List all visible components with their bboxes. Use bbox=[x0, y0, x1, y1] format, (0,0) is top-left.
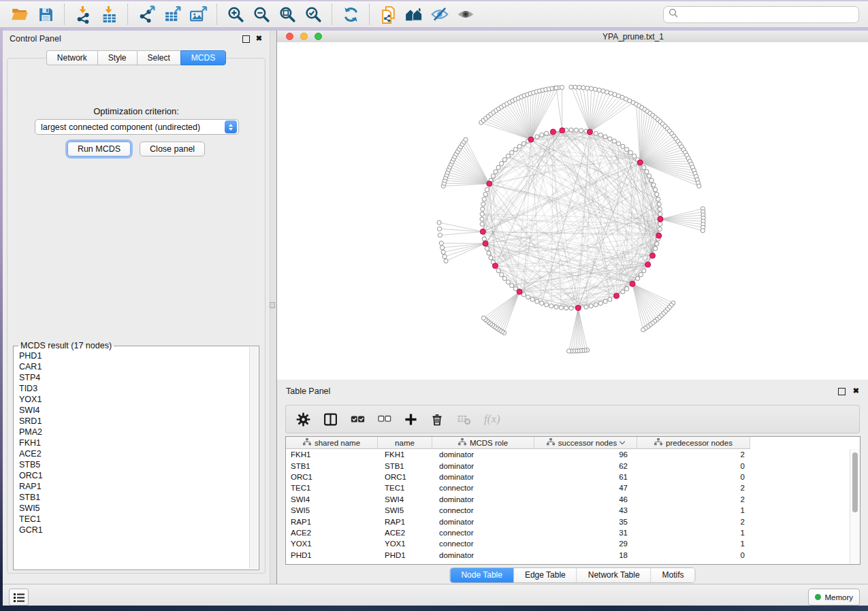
float-panel-icon[interactable] bbox=[242, 35, 250, 43]
table-row[interactable]: RAP1RAP1dominator352 bbox=[286, 516, 850, 527]
zoom-fit-icon[interactable] bbox=[276, 3, 298, 25]
mcds-result-item[interactable]: PHD1 bbox=[14, 350, 250, 361]
toolbar-separator bbox=[127, 4, 128, 24]
tab-select[interactable]: Select bbox=[137, 50, 180, 65]
show-network-overview-icon[interactable] bbox=[403, 3, 425, 25]
table-scrollbar-thumb[interactable] bbox=[852, 452, 858, 512]
task-history-button[interactable] bbox=[9, 589, 29, 606]
mcds-result-item[interactable]: PMA2 bbox=[14, 427, 250, 437]
table-cell: 2 bbox=[637, 450, 750, 459]
export-image-icon[interactable] bbox=[187, 3, 209, 25]
minimize-window-icon[interactable] bbox=[300, 33, 308, 40]
search-input[interactable] bbox=[679, 7, 858, 22]
mcds-result-item[interactable]: YOX1 bbox=[14, 394, 250, 405]
open-session-icon[interactable] bbox=[9, 3, 31, 25]
search-icon bbox=[669, 8, 679, 21]
close-window-icon[interactable] bbox=[286, 33, 293, 40]
mcds-result-item[interactable]: TEC1 bbox=[14, 514, 250, 525]
import-network-icon[interactable] bbox=[72, 3, 94, 25]
control-panel: Control Panel ✖ NetworkStyleSelectMCDS O… bbox=[3, 31, 270, 584]
tab-mcds[interactable]: MCDS bbox=[180, 50, 226, 65]
table-row[interactable]: SWI4SWI4dominator462 bbox=[286, 494, 850, 505]
memory-label: Memory bbox=[824, 593, 853, 601]
control-panel-tabbar: NetworkStyleSelectMCDS bbox=[3, 50, 270, 65]
tab-network[interactable]: Network bbox=[46, 50, 97, 65]
tab-edge-table[interactable]: Edge Table bbox=[514, 568, 577, 582]
split-panel-icon[interactable] bbox=[323, 412, 338, 427]
mcds-result-item[interactable]: STB1 bbox=[14, 492, 250, 503]
memory-button[interactable]: Memory bbox=[808, 589, 860, 606]
table-row[interactable]: YOX1YOX1connector291 bbox=[286, 538, 850, 549]
mcds-result-item[interactable]: SWI4 bbox=[14, 405, 250, 416]
column-header-name[interactable]: name bbox=[378, 437, 432, 449]
tab-network-table[interactable]: Network Table bbox=[577, 568, 652, 582]
table-row[interactable]: SWI5SWI5connector431 bbox=[286, 505, 850, 516]
mcds-list-scrollbar[interactable] bbox=[249, 347, 258, 569]
mcds-result-item[interactable]: GCR1 bbox=[14, 525, 250, 535]
search-box[interactable] bbox=[663, 6, 859, 23]
maximize-window-icon[interactable] bbox=[315, 33, 322, 40]
mcds-result-item[interactable]: STB5 bbox=[14, 459, 250, 470]
network-canvas[interactable] bbox=[276, 42, 868, 380]
deselect-all-icon[interactable] bbox=[378, 412, 391, 426]
table-row[interactable]: ORC1ORC1dominator610 bbox=[286, 472, 850, 482]
column-header-predecessor-nodes[interactable]: predecessor nodes bbox=[637, 437, 750, 449]
mcds-result-item[interactable]: SRD1 bbox=[14, 416, 250, 427]
mcds-hub-node bbox=[658, 216, 663, 222]
duplicate-network-icon[interactable] bbox=[377, 3, 399, 25]
float-table-panel-icon[interactable] bbox=[838, 388, 846, 395]
run-mcds-button[interactable]: Run MCDS bbox=[67, 142, 131, 156]
hide-selected-icon[interactable] bbox=[429, 3, 451, 25]
add-column-icon[interactable] bbox=[404, 413, 417, 426]
mcds-result-item[interactable]: SWI5 bbox=[14, 503, 250, 514]
mcds-result-item[interactable]: CAR1 bbox=[14, 361, 250, 372]
criterion-dropdown[interactable]: largest connected component (undirected) bbox=[35, 119, 239, 135]
table-cell: SWI4 bbox=[286, 495, 378, 503]
mcds-result-list[interactable]: PHD1CAR1STP4TID3YOX1SWI4SRD1PMA2FKH1ACE2… bbox=[14, 350, 250, 569]
mcds-result-item[interactable]: ORC1 bbox=[14, 470, 250, 481]
export-table-icon[interactable] bbox=[161, 3, 183, 25]
column-header-successor-nodes[interactable]: successor nodes bbox=[534, 437, 637, 449]
table-cell: SWI4 bbox=[378, 495, 432, 503]
table-row[interactable]: ACE2ACE2connector311 bbox=[286, 527, 850, 538]
status-bar: Memory bbox=[3, 584, 868, 606]
table-row[interactable]: TEC1TEC1connector472 bbox=[286, 482, 850, 493]
refresh-layout-icon[interactable] bbox=[340, 3, 361, 25]
export-network-icon[interactable] bbox=[135, 3, 157, 25]
table-row[interactable]: FKH1FKH1dominator962 bbox=[286, 449, 850, 460]
close-panel-button[interactable]: Close panel bbox=[140, 142, 205, 156]
mcds-result-item[interactable]: FKH1 bbox=[14, 437, 250, 448]
table-cell: RAP1 bbox=[286, 518, 378, 526]
network-window-titlebar[interactable]: YPA_prune.txt_1 bbox=[276, 31, 868, 43]
table-panel-header: Table Panel ✖ bbox=[277, 380, 868, 396]
table-toolbar: f(x) bbox=[285, 405, 860, 433]
panel-divider-handle[interactable] bbox=[270, 302, 275, 308]
close-table-panel-icon[interactable]: ✖ bbox=[853, 386, 859, 395]
table-row[interactable]: PHD1PHD1dominator180 bbox=[286, 550, 850, 561]
mcds-result-item[interactable]: ACE2 bbox=[14, 448, 250, 459]
delete-column-icon[interactable] bbox=[430, 412, 444, 426]
zoom-out-icon[interactable] bbox=[251, 3, 272, 25]
mcds-panel: Optimization criterion: largest connecte… bbox=[7, 58, 266, 574]
zoom-selected-icon[interactable] bbox=[302, 3, 324, 25]
mcds-result-item[interactable]: TID3 bbox=[14, 383, 250, 394]
mcds-result-item[interactable]: RAP1 bbox=[14, 481, 250, 492]
column-header-shared-name[interactable]: shared name bbox=[286, 437, 378, 449]
settings-icon[interactable] bbox=[296, 412, 310, 427]
tab-node-table[interactable]: Node Table bbox=[450, 568, 514, 582]
table-row[interactable]: STB1STB1dominator620 bbox=[286, 460, 850, 471]
tab-style[interactable]: Style bbox=[97, 50, 137, 65]
table-cell: dominator bbox=[432, 462, 534, 470]
table-scrollbar[interactable] bbox=[850, 449, 860, 564]
tab-motifs[interactable]: Motifs bbox=[652, 568, 695, 582]
mcds-hub-node bbox=[492, 263, 498, 269]
zoom-in-icon[interactable] bbox=[225, 3, 246, 25]
show-hidden-icon[interactable] bbox=[455, 3, 477, 25]
save-session-icon[interactable] bbox=[35, 3, 57, 25]
close-panel-icon[interactable]: ✖ bbox=[256, 34, 262, 43]
select-all-icon[interactable] bbox=[351, 412, 365, 427]
mcds-result-item[interactable]: STP4 bbox=[14, 372, 250, 383]
table-cell: 62 bbox=[534, 462, 637, 470]
import-table-icon[interactable] bbox=[98, 3, 120, 25]
column-header-MCDS-role[interactable]: MCDS role bbox=[432, 437, 534, 449]
